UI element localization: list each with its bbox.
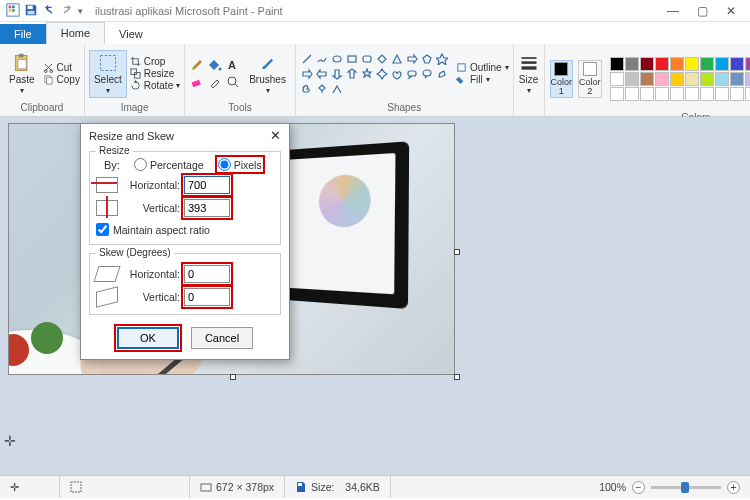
color-swatch[interactable]: [715, 72, 729, 86]
color-swatch[interactable]: [700, 72, 714, 86]
color-swatch[interactable]: [670, 72, 684, 86]
color-swatch[interactable]: [670, 57, 684, 71]
svg-rect-5: [28, 5, 33, 9]
color-swatch[interactable]: [700, 87, 714, 101]
svg-rect-49: [298, 483, 302, 486]
app-icon: [6, 3, 20, 19]
color-swatch[interactable]: [640, 87, 654, 101]
color-swatch[interactable]: [670, 87, 684, 101]
color-swatch[interactable]: [685, 72, 699, 86]
brushes-label: Brushes: [249, 74, 286, 85]
shapes-gallery[interactable]: [300, 52, 449, 96]
svg-rect-2: [12, 5, 15, 8]
crop-button[interactable]: Crop: [130, 56, 180, 67]
color-palette[interactable]: [610, 57, 750, 101]
color-swatch[interactable]: [745, 57, 750, 71]
tab-file[interactable]: File: [0, 24, 46, 44]
brushes-button[interactable]: Brushes▾: [244, 51, 291, 97]
selection-handle-icon[interactable]: [454, 249, 460, 255]
color-swatch[interactable]: [640, 72, 654, 86]
color1-button[interactable]: Color 1: [550, 60, 574, 98]
resize-button[interactable]: Resize: [130, 68, 180, 79]
cancel-button[interactable]: Cancel: [191, 327, 253, 349]
color-swatch[interactable]: [625, 87, 639, 101]
ok-button[interactable]: OK: [117, 327, 179, 349]
window-controls: — ▢ ✕: [653, 4, 750, 18]
svg-text:A: A: [228, 59, 236, 71]
cut-button[interactable]: Cut: [43, 62, 80, 73]
skew-vertical-input[interactable]: [184, 288, 230, 306]
zoom-in-button[interactable]: +: [727, 481, 740, 494]
resize-skew-dialog: Resize and Skew ✕ Resize By: Percentage …: [80, 123, 290, 360]
tab-home[interactable]: Home: [46, 22, 105, 44]
image-label: Image: [89, 101, 180, 114]
save-icon[interactable]: [24, 3, 38, 19]
color-swatch[interactable]: [730, 72, 744, 86]
undo-icon[interactable]: [42, 3, 56, 19]
close-button[interactable]: ✕: [726, 4, 736, 18]
select-button[interactable]: Select▾: [89, 50, 127, 98]
color-swatch[interactable]: [745, 72, 750, 86]
pixels-radio[interactable]: Pixels: [218, 158, 262, 171]
color-swatch[interactable]: [700, 57, 714, 71]
magnifier-tool-icon[interactable]: [225, 75, 240, 90]
color-swatch[interactable]: [745, 87, 750, 101]
selection-handle-icon[interactable]: [454, 374, 460, 380]
dialog-close-button[interactable]: ✕: [270, 128, 281, 143]
svg-point-20: [228, 77, 236, 85]
maintain-aspect-checkbox[interactable]: [96, 223, 109, 236]
color-swatch[interactable]: [610, 87, 624, 101]
tab-view[interactable]: View: [105, 24, 157, 44]
color-swatch[interactable]: [625, 72, 639, 86]
fill-tool-icon[interactable]: [207, 58, 222, 73]
pencil-tool-icon[interactable]: [189, 58, 204, 73]
group-image: Select▾ Crop Resize Rotate▾ Image: [85, 44, 185, 116]
rotate-button[interactable]: Rotate▾: [130, 80, 180, 91]
resize-horizontal-input[interactable]: [184, 176, 230, 194]
svg-rect-9: [18, 59, 26, 68]
canvas-area: Resize and Skew ✕ Resize By: Percentage …: [0, 117, 750, 475]
zoom-out-button[interactable]: −: [632, 481, 645, 494]
text-tool-icon[interactable]: A: [225, 58, 240, 73]
color-swatch[interactable]: [655, 87, 669, 101]
resize-horizontal-icon: [96, 177, 118, 193]
selection-handle-icon[interactable]: [230, 374, 236, 380]
svg-marker-34: [377, 69, 387, 79]
color-swatch[interactable]: [715, 57, 729, 71]
redo-icon[interactable]: [60, 3, 74, 19]
resize-vertical-input[interactable]: [184, 199, 230, 217]
percentage-radio[interactable]: Percentage: [134, 158, 204, 171]
color-swatch[interactable]: [625, 57, 639, 71]
zoom-slider[interactable]: [651, 486, 721, 489]
shape-fill-button[interactable]: Fill▾: [456, 74, 509, 85]
paste-button[interactable]: Paste▾: [4, 51, 40, 97]
svg-rect-6: [28, 10, 35, 14]
svg-rect-15: [131, 69, 137, 75]
copy-button[interactable]: Copy: [43, 74, 80, 85]
picker-tool-icon[interactable]: [207, 75, 222, 90]
skew-horizontal-input[interactable]: [184, 265, 230, 283]
minimize-button[interactable]: —: [667, 4, 679, 18]
color-swatch[interactable]: [730, 87, 744, 101]
color-swatch[interactable]: [640, 57, 654, 71]
color-swatch[interactable]: [610, 57, 624, 71]
svg-marker-27: [423, 55, 431, 63]
maintain-label: Maintain aspect ratio: [113, 224, 210, 236]
maximize-button[interactable]: ▢: [697, 4, 708, 18]
color-swatch[interactable]: [730, 57, 744, 71]
color-swatch[interactable]: [685, 87, 699, 101]
svg-rect-35: [408, 71, 416, 76]
color-swatch[interactable]: [655, 72, 669, 86]
color-swatch[interactable]: [685, 57, 699, 71]
color-swatch[interactable]: [655, 57, 669, 71]
canvas-dims: 672 × 378px: [190, 476, 285, 498]
color-swatch[interactable]: [715, 87, 729, 101]
zoom-control: 100% − +: [589, 481, 750, 494]
qat-dropdown-icon[interactable]: ▾: [78, 6, 83, 16]
svg-marker-24: [378, 55, 386, 63]
shape-outline-button[interactable]: Outline▾: [456, 62, 509, 73]
color-swatch[interactable]: [610, 72, 624, 86]
eraser-tool-icon[interactable]: [189, 75, 204, 90]
color2-button[interactable]: Color 2: [578, 60, 602, 98]
size-button[interactable]: Size▾: [516, 53, 542, 95]
